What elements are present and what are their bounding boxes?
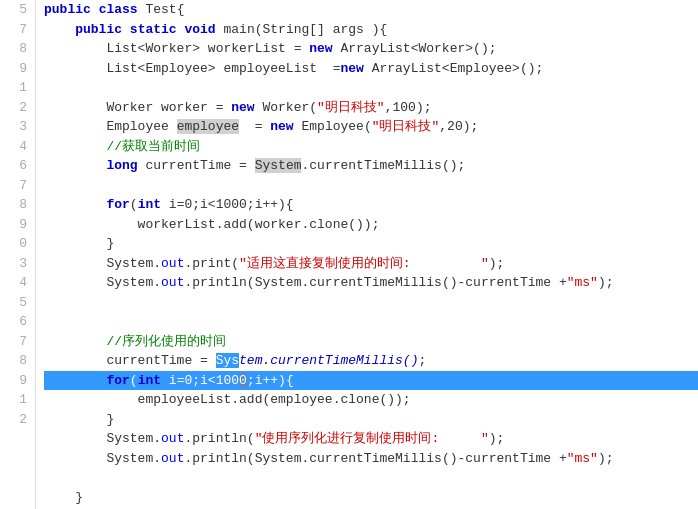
code-line: for(int i=0;i<1000;i++){: [44, 371, 698, 391]
code-line: System.out.println(System.currentTimeMil…: [44, 273, 698, 293]
code-line: employeeList.add(employee.clone());: [44, 390, 698, 410]
code-line: for(int i=0;i<1000;i++){: [44, 195, 698, 215]
code-line: //获取当前时间: [44, 137, 698, 157]
code-line: }: [44, 488, 698, 508]
line-number: 0: [4, 234, 27, 254]
line-number: 4: [4, 137, 27, 157]
line-number: 8: [4, 39, 27, 59]
code-line: Worker worker = new Worker("明日科技",100);: [44, 98, 698, 118]
code-line: long currentTime = System.currentTimeMil…: [44, 156, 698, 176]
line-number: 3: [4, 117, 27, 137]
line-number: 9: [4, 59, 27, 79]
line-number: 7: [4, 176, 27, 196]
line-number: 5: [4, 0, 27, 20]
line-numbers: 5789123467890345678912: [0, 0, 36, 509]
code-line: //序列化使用的时间: [44, 332, 698, 352]
code-editor[interactable]: 5789123467890345678912 public class Test…: [0, 0, 698, 509]
line-number: 9: [4, 371, 27, 391]
code-line: List<Employee> employeeList =new ArrayLi…: [44, 59, 698, 79]
code-line: public class Test{: [44, 0, 698, 20]
line-number: 7: [4, 332, 27, 352]
code-content: public class Test{ public static void ma…: [36, 0, 698, 509]
code-line: [44, 468, 698, 488]
line-number: 8: [4, 195, 27, 215]
code-line: }: [44, 410, 698, 430]
code-line: currentTime = System.currentTimeMillis()…: [44, 351, 698, 371]
code-line: workerList.add(worker.clone());: [44, 215, 698, 235]
code-line: System.out.print("适用这直接复制使用的时间: ");: [44, 254, 698, 274]
code-line: List<Worker> workerList = new ArrayList<…: [44, 39, 698, 59]
line-number: 7: [4, 20, 27, 40]
line-number: 3: [4, 254, 27, 274]
code-line: public static void main(String[] args ){: [44, 20, 698, 40]
line-number: 6: [4, 156, 27, 176]
line-number: 4: [4, 273, 27, 293]
line-number: 1: [4, 390, 27, 410]
code-line: Employee employee = new Employee("明日科技",…: [44, 117, 698, 137]
line-number: 2: [4, 98, 27, 118]
line-number: 9: [4, 215, 27, 235]
code-line: System.out.println("使用序列化进行复制使用时间: ");: [44, 429, 698, 449]
code-line: [44, 78, 698, 98]
line-number: 8: [4, 351, 27, 371]
code-line: [44, 293, 698, 313]
line-number: 6: [4, 312, 27, 332]
code-line: System.out.println(System.currentTimeMil…: [44, 449, 698, 469]
code-line: }: [44, 234, 698, 254]
code-line: [44, 176, 698, 196]
line-number: 5: [4, 293, 27, 313]
line-number: 2: [4, 410, 27, 430]
line-number: 1: [4, 78, 27, 98]
code-line: [44, 312, 698, 332]
